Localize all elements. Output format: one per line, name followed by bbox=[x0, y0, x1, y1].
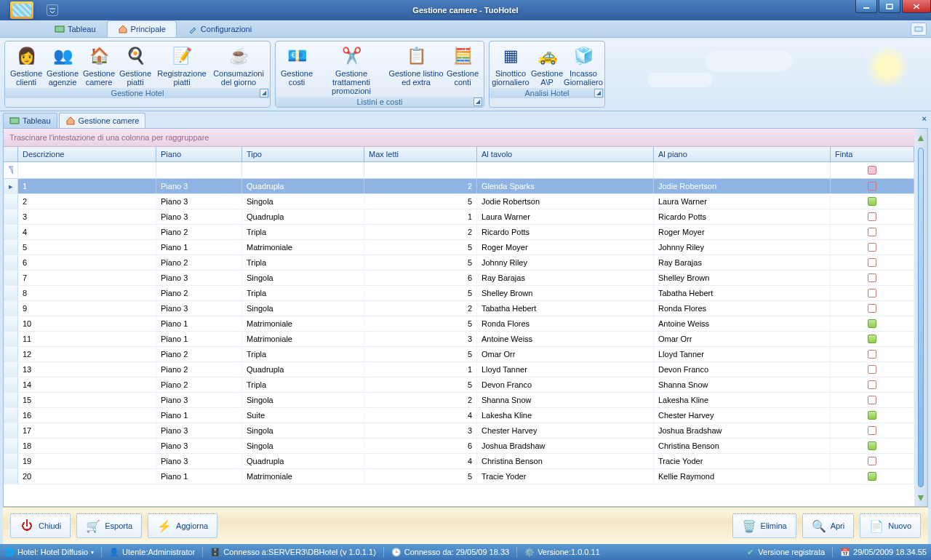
cell-finta[interactable] bbox=[831, 408, 914, 423]
cell-tipo[interactable]: Singola bbox=[242, 301, 364, 316]
chiudi-button[interactable]: ⏻Chiudi bbox=[10, 513, 71, 538]
cell-tipo[interactable]: Tripla bbox=[242, 286, 364, 300]
cell-finta[interactable] bbox=[831, 255, 914, 270]
cell-al-tavolo[interactable]: Omar Orr bbox=[477, 347, 654, 361]
col-max-letti[interactable]: Max letti bbox=[364, 147, 477, 161]
cell-al-piano[interactable]: Tabatha Hebert bbox=[654, 286, 831, 300]
cell-finta[interactable] bbox=[831, 439, 914, 453]
cell-max-letti[interactable]: 2 bbox=[364, 225, 477, 239]
cell-max-letti[interactable]: 1 bbox=[364, 209, 477, 224]
cell-piano[interactable]: Piano 2 bbox=[156, 255, 242, 270]
cell-max-letti[interactable]: 2 bbox=[364, 301, 477, 316]
col-al-piano[interactable]: Al piano bbox=[654, 147, 831, 161]
table-row[interactable]: 2Piano 3Singola5Jodie RobertsonLaura War… bbox=[4, 194, 914, 209]
cell-finta[interactable] bbox=[831, 209, 914, 224]
cell-al-tavolo[interactable]: Ronda Flores bbox=[477, 316, 654, 331]
cell-descrizione[interactable]: 11 bbox=[18, 332, 156, 346]
btn-gestione-ap[interactable]: 🚕Gestione A\P bbox=[529, 43, 565, 88]
cell-al-tavolo[interactable]: Devon Franco bbox=[477, 377, 654, 392]
table-row[interactable]: 6Piano 2Tripla5Johnny RileyRay Barajas bbox=[4, 255, 914, 271]
grid-indicator-header[interactable] bbox=[4, 147, 18, 161]
cell-tipo[interactable]: Suite bbox=[242, 408, 364, 423]
cell-al-piano[interactable]: Christina Benson bbox=[654, 439, 831, 453]
cell-al-tavolo[interactable]: Lloyd Tanner bbox=[477, 362, 654, 377]
cell-piano[interactable]: Piano 3 bbox=[156, 209, 242, 224]
filter-indicator[interactable] bbox=[4, 162, 18, 178]
cell-al-tavolo[interactable]: Chester Harvey bbox=[477, 423, 654, 438]
col-finta[interactable]: Finta bbox=[831, 147, 914, 161]
cell-al-tavolo[interactable]: Ricardo Potts bbox=[477, 225, 654, 239]
btn-gestione-camere[interactable]: 🏠Gestione camere bbox=[81, 43, 117, 88]
cell-al-tavolo[interactable]: Roger Moyer bbox=[477, 240, 654, 255]
cell-tipo[interactable]: Quadrupla bbox=[242, 209, 364, 224]
cell-max-letti[interactable]: 4 bbox=[364, 408, 477, 423]
cell-finta[interactable] bbox=[831, 286, 914, 300]
cell-descrizione[interactable]: 13 bbox=[18, 362, 156, 377]
table-row[interactable]: 11Piano 1Matrimoniale3Antoine WeissOmar … bbox=[4, 332, 914, 347]
btn-registrazione-piatti[interactable]: 📝Registrazione piatti bbox=[153, 43, 210, 88]
filter-tipo[interactable] bbox=[242, 162, 364, 178]
qat-dropdown[interactable] bbox=[47, 4, 58, 16]
cell-tipo[interactable]: Matrimoniale bbox=[242, 240, 364, 255]
cell-tipo[interactable]: Singola bbox=[242, 423, 364, 438]
cell-al-piano[interactable]: Shanna Snow bbox=[654, 377, 831, 392]
table-row[interactable]: 4Piano 2Tripla2Ricardo PottsRoger Moyer bbox=[4, 225, 914, 240]
cell-finta[interactable] bbox=[831, 454, 914, 468]
cell-piano[interactable]: Piano 3 bbox=[156, 393, 242, 407]
cell-descrizione[interactable]: 7 bbox=[18, 271, 156, 285]
cell-tipo[interactable]: Quadrupla bbox=[242, 362, 364, 377]
btn-sinottico-giornaliero[interactable]: ▦Sinottico giornaliero bbox=[492, 43, 529, 88]
cell-al-piano[interactable]: Ricardo Potts bbox=[654, 209, 831, 224]
cell-max-letti[interactable]: 2 bbox=[364, 179, 477, 193]
cell-al-tavolo[interactable]: Christina Benson bbox=[477, 454, 654, 468]
cell-finta[interactable] bbox=[831, 393, 914, 407]
cell-max-letti[interactable]: 3 bbox=[364, 332, 477, 346]
cell-max-letti[interactable]: 3 bbox=[364, 423, 477, 438]
table-row[interactable]: 7Piano 3Singola6Ray BarajasShelley Brown bbox=[4, 271, 914, 286]
cell-tipo[interactable]: Quadrupla bbox=[242, 454, 364, 468]
col-al-tavolo[interactable]: Al tavolo bbox=[477, 147, 654, 161]
cell-piano[interactable]: Piano 1 bbox=[156, 316, 242, 331]
dialog-launcher[interactable]: ◢ bbox=[594, 89, 603, 97]
cell-piano[interactable]: Piano 1 bbox=[156, 408, 242, 423]
cell-piano[interactable]: Piano 3 bbox=[156, 194, 242, 209]
cell-al-tavolo[interactable]: Shelley Brown bbox=[477, 286, 654, 300]
cell-piano[interactable]: Piano 1 bbox=[156, 469, 242, 484]
btn-gestione-costi[interactable]: 💶Gestione costi bbox=[279, 43, 315, 97]
btn-gestione-conti[interactable]: 🧮Gestione conti bbox=[444, 43, 481, 97]
cell-descrizione[interactable]: 6 bbox=[18, 255, 156, 270]
window-maximize-button[interactable] bbox=[879, 0, 900, 13]
cell-descrizione[interactable]: 9 bbox=[18, 301, 156, 316]
cell-max-letti[interactable]: 6 bbox=[364, 271, 477, 285]
btn-gestione-agenzie[interactable]: 👥Gestione agenzie bbox=[44, 43, 81, 88]
cell-max-letti[interactable]: 5 bbox=[364, 316, 477, 331]
cell-descrizione[interactable]: 18 bbox=[18, 439, 156, 453]
cell-al-tavolo[interactable]: Jodie Robertson bbox=[477, 194, 654, 209]
table-row[interactable]: 18Piano 3Singola6Joshua BradshawChristin… bbox=[4, 439, 914, 454]
cell-finta[interactable] bbox=[831, 316, 914, 331]
cell-al-tavolo[interactable]: Tabatha Hebert bbox=[477, 301, 654, 316]
cell-tipo[interactable]: Singola bbox=[242, 393, 364, 407]
cell-descrizione[interactable]: 15 bbox=[18, 393, 156, 407]
cell-descrizione[interactable]: 16 bbox=[18, 408, 156, 423]
cell-tipo[interactable]: Matrimoniale bbox=[242, 469, 364, 484]
cell-al-tavolo[interactable]: Tracie Yoder bbox=[477, 469, 654, 484]
cell-tipo[interactable]: Matrimoniale bbox=[242, 316, 364, 331]
table-row[interactable]: 8Piano 2Tripla5Shelley BrownTabatha Hebe… bbox=[4, 286, 914, 301]
table-row[interactable]: 17Piano 3Singola3Chester HarveyJoshua Br… bbox=[4, 423, 914, 439]
ribbon-help-dropdown[interactable] bbox=[911, 23, 927, 36]
cell-descrizione[interactable]: 1 bbox=[18, 179, 156, 193]
elimina-button[interactable]: 🗑️Elimina bbox=[732, 513, 796, 538]
filter-max-letti[interactable] bbox=[364, 162, 477, 178]
cell-max-letti[interactable]: 5 bbox=[364, 469, 477, 484]
cell-descrizione[interactable]: 3 bbox=[18, 209, 156, 224]
doc-tab-gestione-camere[interactable]: Gestione camere bbox=[59, 113, 146, 128]
doc-tab-tableau[interactable]: Tableau bbox=[3, 113, 57, 128]
cell-al-piano[interactable]: Shelley Brown bbox=[654, 271, 831, 285]
cell-al-tavolo[interactable]: Johnny Riley bbox=[477, 255, 654, 270]
cell-finta[interactable] bbox=[831, 469, 914, 484]
dialog-launcher[interactable]: ◢ bbox=[474, 97, 482, 106]
cell-descrizione[interactable]: 17 bbox=[18, 423, 156, 438]
cell-al-tavolo[interactable]: Ray Barajas bbox=[477, 271, 654, 285]
cell-tipo[interactable]: Tripla bbox=[242, 255, 364, 270]
